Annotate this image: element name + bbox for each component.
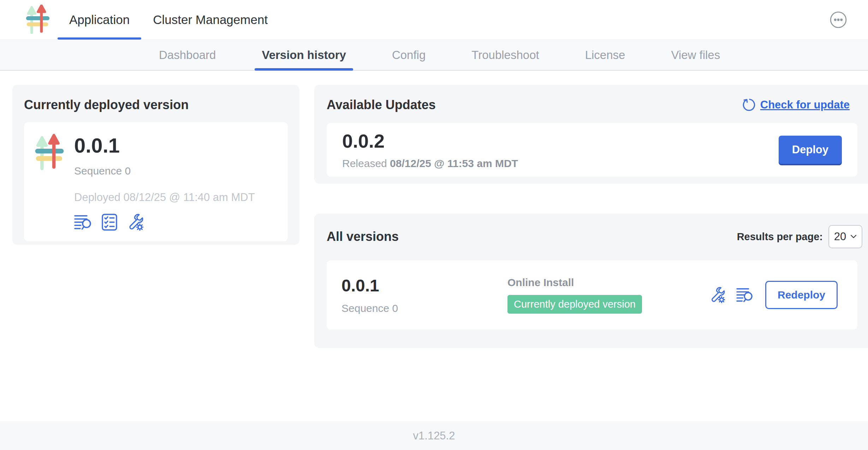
check-for-update-label: Check for update: [760, 99, 850, 111]
tab-troubleshoot-label: Troubleshoot: [471, 48, 539, 62]
console-version: v1.125.2: [413, 430, 455, 442]
deployed-timestamp: Deployed 08/12/25 @ 11:40 am MDT: [74, 191, 255, 204]
tab-version-history-label: Version history: [262, 48, 346, 62]
deployed-version-details: 0.0.1 Sequence 0 Deployed 08/12/25 @ 11:…: [74, 131, 255, 231]
tab-version-history[interactable]: Version history: [255, 40, 353, 70]
tab-cluster-management[interactable]: Cluster Management: [141, 0, 279, 40]
tab-troubleshoot[interactable]: Troubleshoot: [464, 40, 546, 70]
tab-dashboard[interactable]: Dashboard: [152, 40, 223, 70]
top-nav: Application Cluster Management: [0, 0, 868, 40]
deployed-sequence: Sequence 0: [74, 165, 255, 177]
version-row-info: 0.0.1 Sequence 0: [341, 276, 507, 314]
tab-config[interactable]: Config: [385, 40, 433, 70]
app-logo-icon: [25, 5, 51, 35]
right-column: Available Updates Check for update 0.0.2…: [314, 85, 868, 421]
tab-dashboard-label: Dashboard: [159, 48, 216, 62]
update-version-number: 0.0.2: [342, 130, 518, 152]
results-per-page-select[interactable]: 20: [828, 225, 862, 248]
deployed-version-number: 0.0.1: [74, 134, 255, 157]
app-logo-icon: [35, 134, 64, 172]
chevron-down-icon: [850, 235, 857, 239]
redeploy-button[interactable]: Redeploy: [765, 281, 838, 309]
ellipsis-circle-icon: [830, 11, 847, 28]
available-updates-title: Available Updates: [327, 97, 436, 112]
available-update-row: 0.0.2 Released 08/12/25 @ 11:53 am MDT D…: [327, 123, 857, 177]
row-version-number: 0.0.1: [341, 276, 507, 295]
tab-application[interactable]: Application: [58, 0, 141, 40]
diff-icon[interactable]: [736, 287, 754, 303]
results-per-page-label: Results per page:: [737, 231, 823, 243]
tab-license-label: License: [585, 48, 625, 62]
all-versions-title: All versions: [327, 229, 399, 244]
admin-console-page: Application Cluster Management Dashboard…: [0, 0, 868, 450]
version-row-actions: Redeploy: [709, 281, 838, 309]
results-per-page-value: 20: [834, 230, 846, 243]
tab-config-label: Config: [392, 48, 426, 62]
tab-view-files-label: View files: [671, 48, 720, 62]
config-icon[interactable]: [126, 214, 143, 231]
results-per-page: Results per page: 20: [737, 225, 862, 248]
version-row: 0.0.1 Sequence 0 Online Install Currentl…: [327, 260, 857, 330]
page-footer: v1.125.2: [0, 421, 868, 450]
currently-deployed-card: Currently deployed version: [12, 85, 299, 245]
update-released-line: Released 08/12/25 @ 11:53 am MDT: [342, 158, 518, 170]
top-nav-tabs: Application Cluster Management: [58, 0, 279, 40]
currently-deployed-panel: 0.0.1 Sequence 0 Deployed 08/12/25 @ 11:…: [24, 122, 288, 241]
install-type-label: Online Install: [507, 277, 642, 289]
check-for-update-link[interactable]: Check for update: [742, 98, 850, 112]
released-timestamp: 08/12/25 @ 11:53 am MDT: [390, 158, 518, 169]
row-sequence: Sequence 0: [341, 302, 507, 314]
preflight-checks-icon[interactable]: [102, 214, 117, 231]
all-versions-card: All versions Results per page: 20 0.0: [314, 214, 868, 348]
config-icon[interactable]: [709, 287, 725, 303]
refresh-icon: [742, 98, 755, 112]
version-row-status: Online Install Currently deployed versio…: [507, 277, 642, 314]
currently-deployed-title: Currently deployed version: [24, 97, 288, 112]
tab-application-label: Application: [69, 13, 130, 27]
deploy-button[interactable]: Deploy: [779, 136, 842, 164]
tab-view-files[interactable]: View files: [664, 40, 727, 70]
tab-cluster-management-label: Cluster Management: [153, 13, 268, 27]
update-details: 0.0.2 Released 08/12/25 @ 11:53 am MDT: [342, 130, 518, 170]
overflow-menu-button[interactable]: [830, 11, 847, 28]
released-prefix: Released: [342, 158, 387, 169]
main-content: Currently deployed version: [0, 71, 868, 421]
tab-license[interactable]: License: [578, 40, 632, 70]
status-badge: Currently deployed version: [507, 295, 642, 314]
diff-icon[interactable]: [74, 214, 93, 230]
available-updates-card: Available Updates Check for update 0.0.2…: [314, 85, 868, 184]
app-sub-nav: Dashboard Version history Config Trouble…: [0, 40, 868, 71]
deployed-action-icons: [74, 214, 255, 231]
